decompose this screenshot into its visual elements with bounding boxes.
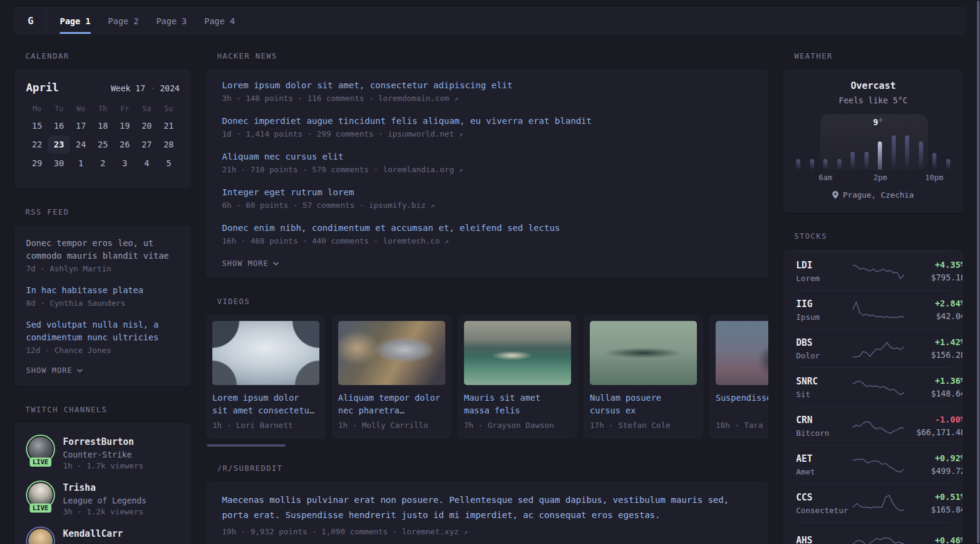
calendar-day: 16 (48, 117, 70, 135)
hackernews-item-meta: 1d · 1,414 points · 299 comments · ipsum… (222, 129, 753, 138)
calendar-day: 15 (26, 117, 48, 135)
stock-row[interactable]: CCS Consectetur +0.51% $165.84 (796, 484, 950, 522)
calendar-day: 1 (70, 154, 92, 172)
hackernews-item-title[interactable]: Aliquam nec cursus elit (222, 152, 753, 161)
stock-sparkline (852, 455, 905, 475)
twitch-avatar-column: LIVE (26, 481, 55, 516)
hackernews-item: Lorem ipsum dolor sit amet, consectetur … (222, 80, 753, 103)
twitch-channel-name[interactable]: Trisha (63, 482, 146, 493)
rss-item-title[interactable]: In hac habitasse platea (26, 284, 180, 297)
stock-values: +2.84% $42.04 (905, 299, 963, 321)
calendar-day: 19 (114, 117, 136, 135)
time-tick-label: 6am (818, 173, 832, 182)
twitch-channel-row[interactable]: LIVE ForrestBurton Counter-Strike 1h · 1… (26, 435, 180, 470)
video-title[interactable]: Suspendisse diam (716, 392, 768, 417)
video-title[interactable]: Aliquam tempor dolor nec pharetra… (338, 392, 442, 417)
hackernews-item-meta: 3h · 148 points · 116 comments · loremdo… (222, 94, 753, 103)
stock-price: $42.04 (905, 311, 963, 321)
hackernews-item-title[interactable]: Lorem ipsum dolor sit amet, consectetur … (222, 80, 753, 90)
weekday-label: Mo (26, 105, 48, 113)
video-card[interactable]: Mauris sit amet massa felis 7h · Grayson… (458, 315, 577, 439)
hackernews-item-title[interactable]: Integer eget rutrum lorem (222, 187, 753, 197)
stock-values: +0.46% (905, 536, 963, 544)
video-title[interactable]: Nullam posuere cursus ex (590, 392, 694, 417)
weather-hourly-chart: 9° (796, 114, 950, 170)
video-carousel-scrollbar[interactable] (207, 444, 286, 447)
hackernews-item-meta: 16h · 468 points · 440 comments · loremt… (222, 236, 753, 245)
weather-condition: Overcast (796, 80, 950, 91)
video-thumbnail[interactable] (338, 321, 445, 385)
page-scrollbar[interactable] (977, 1, 979, 543)
calendar-year: 2024 (160, 83, 180, 93)
twitch-channel-name[interactable]: ForrestBurton (63, 436, 143, 447)
stock-price: $499.72 (905, 466, 963, 476)
show-more-label: SHOW MORE (26, 366, 73, 375)
twitch-channel-category: Counter-Strike (63, 450, 143, 459)
weather-widget: WEATHER Overcast Feels like 5°C (783, 51, 963, 213)
page-tab[interactable]: Page 4 (204, 8, 235, 34)
calendar-day: 5 (158, 154, 180, 172)
stock-row[interactable]: LDI Lorem +4.35% $795.18 (796, 251, 950, 290)
left-column: CALENDAR April Week 17 · 2024 Mo Tu (15, 51, 191, 544)
stock-ticker[interactable]: CRN (796, 415, 852, 426)
stock-row[interactable]: AET Amet +0.92% $499.72 (796, 445, 950, 484)
section-label-calendar: CALENDAR (25, 51, 191, 60)
page-tab[interactable]: Page 3 (156, 8, 187, 34)
calendar-day: 30 (48, 154, 70, 172)
video-card[interactable]: Aliquam tempor dolor nec pharetra… 1h · … (332, 315, 451, 439)
stock-ticker[interactable]: LDI (796, 260, 852, 271)
calendar-card: April Week 17 · 2024 Mo Tu We (15, 70, 191, 189)
stock-row[interactable]: AHS +0.46% (796, 522, 950, 544)
stock-row[interactable]: SNRC Sit +1.36% $148.64 (796, 368, 950, 406)
video-thumbnail[interactable] (212, 321, 319, 385)
stock-ticker[interactable]: AET (796, 453, 852, 464)
calendar-widget: CALENDAR April Week 17 · 2024 Mo Tu (15, 51, 191, 189)
video-title[interactable]: Lorem ipsum dolor sit amet consectetu… (212, 392, 316, 417)
live-badge: LIVE (30, 458, 52, 467)
hackernews-item-title[interactable]: Donec imperdiet augue tincidunt felis al… (222, 116, 753, 126)
stock-sparkline (852, 377, 905, 398)
twitch-channel-row[interactable]: LIVE Trisha League of Legends 3h · 1.2k … (26, 481, 180, 516)
stock-ticker[interactable]: SNRC (796, 376, 852, 387)
live-badge: LIVE (30, 504, 52, 513)
hackernews-show-more-button[interactable]: SHOW MORE (222, 259, 279, 268)
stock-ticker[interactable]: DBS (796, 337, 852, 348)
hackernews-card: Lorem ipsum dolor sit amet, consectetur … (206, 70, 768, 278)
stock-ticker[interactable]: AHS (796, 535, 852, 544)
video-thumbnail[interactable] (464, 321, 571, 385)
rss-item-title[interactable]: Donec tempor eros leo, ut commodo mauris… (26, 237, 180, 262)
calendar-week-year: Week 17 · 2024 (111, 83, 180, 93)
video-card[interactable]: Nullam posuere cursus ex 17h · Stefan Co… (584, 315, 703, 439)
stock-row[interactable]: CRN Bitcorn -1.00% $66,171.48 (796, 406, 950, 445)
hackernews-item: Integer eget rutrum lorem 6h · 60 points… (222, 187, 753, 210)
calendar-day: 28 (158, 135, 180, 154)
video-thumbnail[interactable] (716, 321, 768, 385)
external-link-icon: ↗ (430, 201, 434, 210)
hackernews-item-title[interactable]: Donec enim nibh, condimentum et accumsan… (222, 223, 753, 233)
video-thumbnail[interactable] (590, 321, 697, 385)
weather-bar (837, 159, 841, 170)
stock-row[interactable]: DBS Dolor +1.42% $156.28 (796, 329, 950, 368)
twitch-channel-info: Trisha League of Legends 3h · 1.2k viewe… (63, 481, 146, 516)
twitch-channel-row[interactable]: LIVE KendallCarr (26, 526, 180, 544)
video-card[interactable]: Lorem ipsum dolor sit amet consectetu… 1… (206, 315, 325, 439)
weather-feels-like: Feels like 5°C (796, 96, 950, 105)
stock-name: Ipsum (796, 312, 852, 322)
rss-show-more-button[interactable]: SHOW MORE (26, 366, 83, 375)
subreddit-post-title[interactable]: Maecenas mollis pulvinar erat non posuer… (222, 493, 753, 523)
video-title[interactable]: Mauris sit amet massa felis (464, 392, 568, 417)
twitch-avatar-column: LIVE (26, 435, 55, 470)
weather-location[interactable]: Prague, Czechia (796, 190, 950, 199)
video-meta: 1h · Lori Barnett (212, 421, 319, 430)
section-label-twitch: TWITCH CHANNELS (25, 405, 191, 414)
page-tab[interactable]: Page 1 (60, 8, 91, 34)
twitch-channel-name[interactable]: KendallCarr (63, 528, 123, 539)
video-card[interactable]: Suspendisse diam 18h · Tara (710, 315, 768, 439)
rss-item-title[interactable]: Sed volutpat nulla nisl, a condimentum n… (26, 319, 180, 344)
stock-row[interactable]: IIG Ipsum +2.84% $42.04 (796, 290, 950, 329)
stock-ticker[interactable]: CCS (796, 492, 852, 503)
page-tab[interactable]: Page 2 (108, 8, 139, 34)
stock-ticker[interactable]: IIG (796, 299, 852, 309)
app-logo[interactable]: G (15, 8, 47, 34)
weather-location-label: Prague, Czechia (843, 190, 913, 199)
